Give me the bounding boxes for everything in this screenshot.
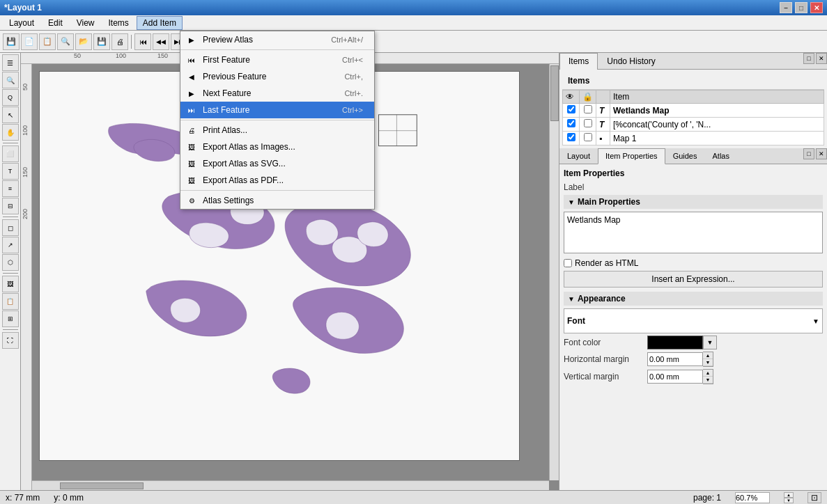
horizontal-margin-up[interactable]: ▲ xyxy=(703,352,713,359)
eye-checkbox-1[interactable] xyxy=(567,105,575,113)
row1-eye[interactable] xyxy=(563,104,580,118)
menu-export-svg[interactable]: 🖼 Export Atlas as SVG... xyxy=(180,155,374,172)
menu-add-item[interactable]: Add Item xyxy=(137,16,183,30)
render-html-checkbox[interactable] xyxy=(564,259,572,267)
table-row[interactable]: T Wetlands Map xyxy=(563,104,824,118)
horizontal-margin-down[interactable]: ▼ xyxy=(703,359,713,366)
tool-add-map[interactable]: ⬜ xyxy=(2,145,19,162)
eye-checkbox-2[interactable] xyxy=(567,119,575,127)
tool-add-image[interactable]: 🖼 xyxy=(2,276,19,292)
row1-name[interactable]: Wetlands Map xyxy=(610,104,824,118)
open-button[interactable]: 📂 xyxy=(75,33,92,50)
font-color-label: Font color xyxy=(564,338,647,347)
menu-next-feature[interactable]: ▶ Next Feature Ctrl+. xyxy=(180,85,374,102)
row2-name[interactable]: [%concat('County of ', 'N... xyxy=(610,118,824,132)
row3-eye[interactable] xyxy=(563,132,580,145)
menu-print-atlas[interactable]: 🖨 Print Atlas... xyxy=(180,122,374,139)
zoom-up-button[interactable]: ▲ xyxy=(784,492,794,498)
scrollbar-thumb-h[interactable] xyxy=(60,482,144,489)
zoom-full-button[interactable]: 🔍 xyxy=(57,33,74,50)
sub-tab-item-properties[interactable]: Item Properties xyxy=(598,148,665,164)
tool-add-arrow[interactable]: ↗ xyxy=(2,237,19,253)
eye-checkbox-3[interactable] xyxy=(567,133,575,141)
save2-button[interactable]: 💾 xyxy=(93,33,110,50)
menu-atlas-settings[interactable]: ⚙ Atlas Settings xyxy=(180,192,374,209)
tool-group[interactable]: ⛶ xyxy=(2,332,19,349)
font-selector[interactable]: Font ▼ xyxy=(564,308,823,333)
sub-panel-close-button[interactable]: ✕ xyxy=(816,148,827,159)
appearance-header[interactable]: ▼ Appearance xyxy=(564,292,823,306)
tool-add-attribute[interactable]: 📋 xyxy=(2,293,19,310)
menu-previous-feature[interactable]: ◀ Previous Feature Ctrl+, xyxy=(180,68,374,85)
sub-panel-float-button[interactable]: □ xyxy=(803,148,814,159)
sub-tab-guides[interactable]: Guides xyxy=(665,148,705,164)
tool-zoom-in[interactable]: 🔍 xyxy=(2,72,19,88)
row1-lock[interactable] xyxy=(580,104,596,118)
tool-add-legend[interactable]: ≡ xyxy=(2,180,19,197)
atlas-settings-icon: ⚙ xyxy=(186,195,197,206)
previous-feature-label: Previous Feature xyxy=(203,72,339,81)
minimize-button[interactable]: – xyxy=(780,2,792,13)
duplicate-button[interactable]: 📋 xyxy=(39,33,56,50)
menu-edit[interactable]: Edit xyxy=(42,16,69,30)
menu-items[interactable]: Items xyxy=(102,16,135,30)
tab-undo-history[interactable]: Undo History xyxy=(598,53,664,69)
table-row[interactable]: ▪ Map 1 xyxy=(563,132,824,145)
row3-lock[interactable] xyxy=(580,132,596,145)
zoom-fit-button[interactable]: ⊡ xyxy=(807,492,821,503)
panel-close-button[interactable]: ✕ xyxy=(816,53,827,64)
vertical-margin-up[interactable]: ▲ xyxy=(703,370,713,377)
tool-add-html[interactable]: ⊞ xyxy=(2,310,19,327)
menu-layout[interactable]: Layout xyxy=(3,16,40,30)
scrollbar-horizontal[interactable] xyxy=(32,480,549,490)
tool-pan[interactable]: ☰ xyxy=(2,54,19,71)
tool-add-scalebar[interactable]: ⊟ xyxy=(2,198,19,214)
lock-checkbox-2[interactable] xyxy=(584,119,592,127)
menu-preview-atlas[interactable]: ▶ Preview Atlas Ctrl+Alt+/ xyxy=(180,31,374,48)
row3-name[interactable]: Map 1 xyxy=(610,132,824,145)
row2-eye[interactable] xyxy=(563,118,580,132)
vertical-margin-input[interactable] xyxy=(647,370,703,384)
menu-first-feature[interactable]: ⏮ First Feature Ctrl+< xyxy=(180,52,374,68)
close-button[interactable]: ✕ xyxy=(810,2,823,13)
print-button[interactable]: 🖨 xyxy=(111,33,128,50)
atlas-prev-button[interactable]: ⏮ xyxy=(134,33,151,50)
row2-lock[interactable] xyxy=(580,118,596,132)
ruler-vmark-50: 50 xyxy=(22,84,29,90)
tab-items[interactable]: Items xyxy=(559,53,598,70)
lock-checkbox-3[interactable] xyxy=(584,133,592,141)
tool-add-node[interactable]: ⬡ xyxy=(2,254,19,271)
vertical-margin-down[interactable]: ▼ xyxy=(703,377,713,384)
horizontal-margin-input[interactable] xyxy=(647,352,703,366)
zoom-input[interactable] xyxy=(735,492,770,503)
tool-select[interactable]: ↖ xyxy=(2,107,19,123)
tool-add-shape[interactable]: ◻ xyxy=(2,219,19,236)
zoom-down-button[interactable]: ▼ xyxy=(784,498,794,503)
tool-zoom-out[interactable]: Q xyxy=(2,89,19,106)
export-svg-label: Export Atlas as SVG... xyxy=(203,159,357,168)
ruler-mark-50: 50 xyxy=(74,53,81,59)
item-properties-title: Item Properties xyxy=(564,168,823,178)
scrollbar-vertical[interactable] xyxy=(549,64,559,480)
panel-float-button[interactable]: □ xyxy=(803,53,814,64)
menu-view[interactable]: View xyxy=(70,16,101,30)
insert-expression-button[interactable]: Insert an Expression... xyxy=(564,271,823,288)
sub-tab-atlas[interactable]: Atlas xyxy=(704,148,736,164)
label-text-area[interactable]: Wetlands Map xyxy=(564,212,823,253)
scrollbar-thumb-v[interactable] xyxy=(550,65,559,121)
menu-last-feature[interactable]: ⏭ Last Feature Ctrl+> xyxy=(180,102,374,118)
sub-tab-layout[interactable]: Layout xyxy=(559,148,598,164)
lock-checkbox-1[interactable] xyxy=(584,105,592,113)
save-button[interactable]: 💾 xyxy=(3,33,20,50)
new-button[interactable]: 📄 xyxy=(21,33,38,50)
menu-export-images[interactable]: 🖼 Export Atlas as Images... xyxy=(180,139,374,155)
menu-export-pdf[interactable]: 🖼 Export Atlas as PDF... xyxy=(180,172,374,189)
table-row[interactable]: T [%concat('County of ', 'N... xyxy=(563,118,824,132)
font-color-dropdown-button[interactable]: ▼ xyxy=(703,336,717,349)
font-color-swatch[interactable] xyxy=(647,336,703,349)
main-properties-header[interactable]: ▼ Main Properties xyxy=(564,195,823,209)
tool-move-content[interactable]: ✋ xyxy=(2,124,19,141)
maximize-button[interactable]: □ xyxy=(795,2,807,13)
atlas-prev2-button[interactable]: ◀◀ xyxy=(153,33,169,50)
tool-add-label[interactable]: T xyxy=(2,163,19,180)
